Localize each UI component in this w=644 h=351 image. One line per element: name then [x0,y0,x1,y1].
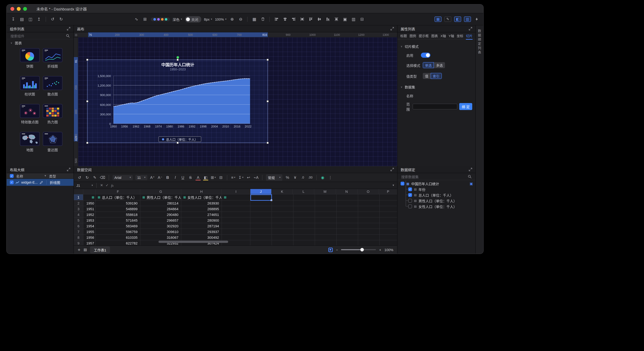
selected-line-chart-widget[interactable]: 中国历年人口统计 1950–2023 1,500,000 1,200,000 9… [87,60,268,143]
row-header[interactable]: 6 [74,223,83,229]
view-grid-button[interactable]: ▦ [434,17,442,22]
zoom-in-button[interactable]: + [379,248,381,252]
col-header[interactable]: H [181,189,222,194]
row-header[interactable]: 3 [74,206,83,211]
col-header[interactable] [83,189,96,194]
zoom-out-button[interactable]: − [336,248,338,252]
theme-select[interactable]: 深色▾ [172,17,182,22]
formula-bar-expand-icon[interactable]: ▼ [392,184,394,187]
cell[interactable]: 1955 [83,229,96,234]
cell[interactable] [222,235,250,240]
font-decrease-icon[interactable]: A⁻ [158,175,162,180]
tab-coords[interactable]: 坐标 [457,32,463,39]
tree-field-row[interactable]: ▤ 总人口（单位：千人） [408,192,473,198]
font-size-select[interactable]: 11▾ [135,175,147,180]
empty-cells[interactable] [250,223,397,229]
cell[interactable]: 296657 [140,217,181,223]
edit-pencil-icon[interactable] [40,181,43,184]
cell-reference-box[interactable]: J1▾ [76,183,93,187]
dataset-search-input[interactable]: 搜索数据集 [398,173,476,180]
sheet-row[interactable]: 6 1954 583469 302920 287194 [74,223,397,229]
zoom-slider[interactable] [341,249,376,250]
confirm-entry-icon[interactable]: ✓ [106,183,108,187]
cell[interactable]: ▦总人口（单位：千人） [96,194,140,200]
redo-icon[interactable]: ↻ [84,175,90,180]
cell[interactable]: ▦男性人口（单位：千人） [140,194,181,200]
binding-list-side-tab[interactable]: 数据绑定列表 [476,25,483,254]
field-checkbox[interactable] [408,199,412,203]
zoom-in-icon[interactable]: ⊕ [229,16,235,22]
component-bar[interactable] [20,76,40,90]
align-icon[interactable]: ≡▾ [231,175,236,180]
empty-cells[interactable] [250,200,397,206]
col-header[interactable]: O [358,189,379,194]
save-icon[interactable]: ◫ [28,16,33,22]
snap-toggle[interactable]: 关闭 [185,16,201,22]
cell[interactable]: 309610 [140,229,181,234]
cell[interactable]: 583469 [96,223,140,229]
select-all-corner[interactable] [74,189,83,194]
cell[interactable]: 280114 [140,200,181,206]
align-center-h-icon[interactable] [282,16,288,22]
share-icon[interactable]: ↥ [36,16,42,22]
component-heatmap[interactable] [43,104,62,118]
resize-handle-s[interactable] [176,142,179,144]
resize-handle-n[interactable] [176,59,179,61]
expand-icon[interactable] [67,27,70,31]
align-middle-icon[interactable] [316,16,322,22]
horizontal-scrollbar[interactable] [158,241,228,243]
component-radar[interactable] [43,132,62,146]
align-left-icon[interactable] [274,16,279,22]
cell[interactable]: 558618 [96,212,140,217]
col-header[interactable]: P [379,189,397,194]
sheet-row[interactable]: 7 1955 596759 309610 293937 [74,229,397,235]
select-all-checkbox[interactable] [10,174,14,178]
redo-icon[interactable]: ↻ [58,16,64,22]
view-split-right-button[interactable]: ▥ [464,17,471,22]
chart-legend[interactable]: 总人口（单位：千人） [158,136,201,142]
col-header[interactable]: I [222,189,250,194]
cell[interactable]: 268895 [181,206,222,211]
option-value[interactable]: 值 [423,73,430,79]
export-icon[interactable]: ↧ [10,16,16,22]
undo-icon[interactable]: ↺ [50,16,56,22]
cell[interactable]: 263930 [181,200,222,206]
component-scatter[interactable] [43,76,62,90]
group-icon[interactable]: ⊟ [359,16,365,22]
cell[interactable] [222,206,250,211]
tab-yaxis[interactable]: Y轴 [448,32,454,39]
add-sheet-button[interactable]: + [78,247,80,252]
row-header[interactable]: 4 [74,212,83,217]
tree-field-row[interactable]: ▤ 年份 [408,186,473,192]
dataset-tree-root[interactable]: ▦ 中国历年人口统计 ▣ [400,181,473,186]
resize-handle-nw[interactable] [86,59,88,61]
sheet-row[interactable]: 4 1952 558618 290480 274651 [74,212,397,217]
decimal-increase-icon[interactable]: .00 [308,175,313,180]
cell[interactable]: 1950 [83,200,96,206]
root-checkbox[interactable] [400,182,404,185]
row-header[interactable]: 9 [74,240,83,245]
design-canvas[interactable]: 中国历年人口统计 1950–2023 1,500,000 1,200,000 9… [78,38,397,166]
cell[interactable]: 274651 [181,212,222,217]
expand-icon[interactable] [469,168,472,171]
search-icon[interactable] [468,175,472,178]
sheet-row[interactable]: 8 1956 610335 316067 300492 [74,235,397,240]
col-header[interactable]: N [336,189,358,194]
fx-icon[interactable]: fx [111,183,114,187]
cell[interactable]: ▦ [222,194,250,200]
empty-cells[interactable] [250,206,397,211]
fill-handle[interactable] [271,199,272,201]
vertical-ruler[interactable]: 81 420 200 300 400 500 [74,38,78,166]
empty-cells[interactable] [250,235,397,240]
component-effect-scatter[interactable] [20,104,40,118]
cell[interactable]: 302920 [140,223,181,229]
dataset-section[interactable]: ∨ 数据集 [400,84,415,89]
highlight-color-icon[interactable]: ◧ [203,175,208,180]
zoom-window-button[interactable] [23,7,27,11]
expand-icon[interactable] [390,27,394,31]
cell[interactable]: 1956 [83,235,96,240]
resize-handle-ne[interactable] [266,59,269,61]
selected-cell-J1[interactable] [250,194,272,201]
distribute-h-icon[interactable] [299,16,305,22]
chart-group-header[interactable]: ∨ 图表 [7,39,74,46]
